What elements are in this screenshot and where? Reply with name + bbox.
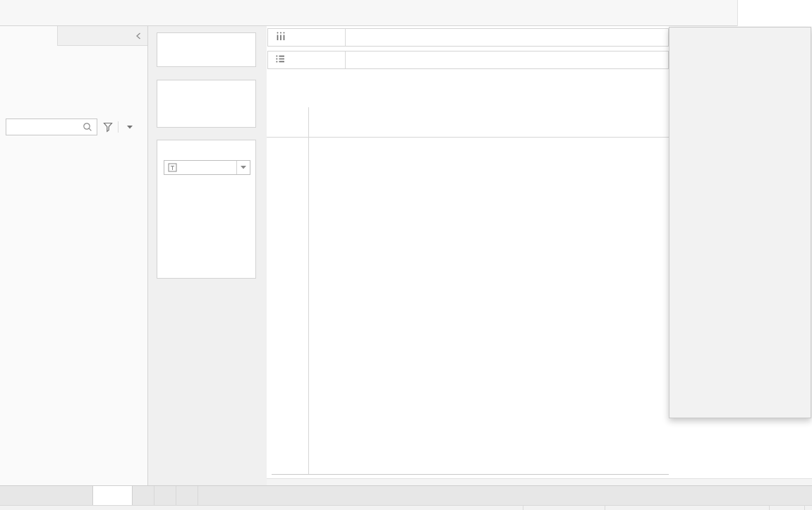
- columns-shelf[interactable]: [267, 28, 669, 47]
- data-pane: [0, 26, 148, 485]
- sheet-canvas: [267, 26, 669, 478]
- rows-shelf-label: [268, 51, 346, 68]
- divider: [272, 474, 669, 475]
- columns-icon: [276, 32, 286, 43]
- collapse-pane-icon[interactable]: [129, 26, 147, 45]
- marks-card: [157, 140, 256, 279]
- cards-column: [148, 26, 267, 485]
- show-me-button[interactable]: [737, 0, 812, 26]
- toolbar: [0, 0, 812, 26]
- tab-analytics[interactable]: [58, 26, 116, 45]
- chevron-down-icon: [236, 161, 250, 174]
- search-icon: [83, 122, 97, 132]
- new-dashboard-button[interactable]: [154, 486, 176, 505]
- search-field[interactable]: [6, 122, 83, 132]
- filters-shelf[interactable]: [157, 80, 256, 128]
- horizontal-scrollbar[interactable]: [267, 478, 812, 485]
- mark-type-icon: [168, 163, 177, 172]
- rows-shelf[interactable]: [267, 51, 669, 69]
- mark-type-dropdown[interactable]: [164, 160, 250, 175]
- filter-fields-icon[interactable]: [102, 121, 114, 133]
- sheet-tab-bar: [0, 485, 812, 505]
- status-bar: [0, 505, 812, 510]
- data-pane-search-row: [6, 119, 133, 135]
- new-story-button[interactable]: [176, 486, 198, 505]
- rows-icon: [276, 54, 286, 66]
- new-worksheet-tab-button[interactable]: [133, 486, 154, 505]
- show-me-panel: [669, 27, 811, 418]
- columns-shelf-label: [268, 29, 346, 46]
- data-pane-tabs: [0, 26, 147, 46]
- pages-shelf[interactable]: [157, 32, 256, 67]
- tab-data-source[interactable]: [0, 486, 92, 505]
- divider: [308, 107, 309, 474]
- divider: [267, 137, 669, 138]
- tab-data[interactable]: [0, 26, 58, 46]
- tab-sheet-1[interactable]: [92, 486, 133, 505]
- divider: [118, 121, 119, 133]
- search-input[interactable]: [6, 119, 97, 135]
- view-options-caret-icon[interactable]: [127, 126, 133, 129]
